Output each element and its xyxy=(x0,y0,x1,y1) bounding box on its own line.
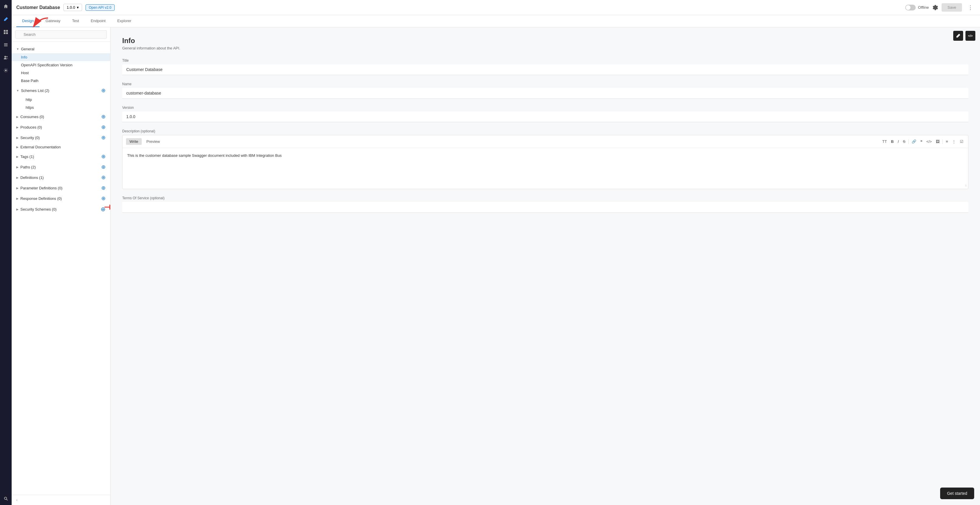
security-header[interactable]: ▶ Security (0) ⊕ xyxy=(12,132,110,143)
svg-rect-2 xyxy=(4,32,6,34)
unordered-list-button[interactable]: ≡ xyxy=(945,138,949,145)
quote-button[interactable]: ❝ xyxy=(919,138,924,145)
toolbar-sep-1 xyxy=(908,139,909,144)
security-add-icon[interactable]: ⊕ xyxy=(101,134,106,141)
description-label: Description (optional) xyxy=(122,129,968,133)
get-started-button[interactable]: Get started xyxy=(940,488,974,499)
security-schemes-header[interactable]: ▶ Security Schemes (0) ⊕ xyxy=(12,203,110,215)
tab-gateway[interactable]: Gateway xyxy=(40,15,66,27)
code-view-button[interactable]: </> xyxy=(966,31,975,41)
definitions-add-icon[interactable]: ⊕ xyxy=(101,174,106,181)
svg-rect-1 xyxy=(6,30,8,32)
version-select[interactable]: 1.0.0 ▾ xyxy=(64,4,82,11)
panel-toolbar: </> xyxy=(953,31,975,41)
paths-header[interactable]: ▶ Paths (2) ⊕ xyxy=(12,162,110,172)
home-icon[interactable] xyxy=(2,3,9,10)
schemes-add-icon[interactable]: ⊕ xyxy=(101,87,106,94)
sidebar-item-host[interactable]: Host xyxy=(12,69,110,77)
external-docs-header[interactable]: ▶ External Documentation xyxy=(12,143,110,151)
response-defs-header[interactable]: ▶ Response Definitions (0) ⊕ xyxy=(12,193,110,203)
response-defs-add-icon[interactable]: ⊕ xyxy=(101,195,106,202)
bold-button[interactable]: B xyxy=(890,138,895,145)
svg-point-9 xyxy=(5,70,7,71)
search-input[interactable] xyxy=(15,30,107,39)
consumes-header[interactable]: ▶ Consumes (0) ⊕ xyxy=(12,111,110,122)
tab-test[interactable]: Test xyxy=(66,15,85,27)
tags-add-icon[interactable]: ⊕ xyxy=(101,153,106,160)
produces-header[interactable]: ▶ Produces (0) ⊕ xyxy=(12,122,110,132)
terms-group: Terms Of Service (optional) xyxy=(122,196,968,213)
name-input[interactable] xyxy=(122,88,968,98)
general-header[interactable]: ▼ General xyxy=(12,45,110,53)
search-box: 🔍 xyxy=(12,27,110,42)
svg-point-8 xyxy=(6,56,8,57)
schemes-header[interactable]: ▼ Schemes List (2) ⊕ xyxy=(12,85,110,96)
version-value: 1.0.0 xyxy=(67,5,75,10)
preview-tab[interactable]: Preview xyxy=(143,138,163,145)
tab-explorer[interactable]: Explorer xyxy=(111,15,137,27)
tt-button[interactable]: TT xyxy=(881,138,888,145)
image-button[interactable]: 🖼 xyxy=(935,138,941,145)
svg-rect-3 xyxy=(6,32,8,34)
title-input[interactable] xyxy=(122,64,968,75)
info-label: Info xyxy=(21,55,27,59)
consumes-add-icon[interactable]: ⊕ xyxy=(101,113,106,120)
grid-icon[interactable] xyxy=(2,29,9,35)
sidebar-item-http[interactable]: http xyxy=(12,96,110,103)
security-schemes-add-icon[interactable]: ⊕ xyxy=(101,206,106,213)
svg-line-11 xyxy=(6,499,8,500)
task-list-button[interactable]: ☑ xyxy=(959,138,964,145)
version-input[interactable] xyxy=(122,111,968,122)
link-button[interactable]: 🔗 xyxy=(910,138,918,145)
gear-icon[interactable] xyxy=(932,5,938,11)
toggle-switch[interactable] xyxy=(905,5,916,11)
save-button[interactable]: Save xyxy=(942,3,962,12)
search-icon-bar[interactable] xyxy=(2,495,9,502)
description-editor: Write Preview TT B I S 🔗 ❝ xyxy=(122,135,968,189)
sidebar-item-openapi-spec[interactable]: OpenAPI Specification Version xyxy=(12,61,110,69)
offline-toggle: Offline xyxy=(905,5,929,11)
edit-view-button[interactable] xyxy=(953,31,963,41)
tags-label: Tags (1) xyxy=(21,154,34,159)
name-label: Name xyxy=(122,82,968,86)
write-tab[interactable]: Write xyxy=(126,138,142,145)
svg-point-7 xyxy=(4,56,6,57)
tags-collapse-icon: ▶ xyxy=(16,155,19,158)
more-button[interactable]: ⋮ xyxy=(966,3,975,12)
param-defs-header[interactable]: ▶ Parameter Definitions (0) ⊕ xyxy=(12,183,110,193)
offline-label: Offline xyxy=(918,5,929,10)
svg-rect-0 xyxy=(4,30,6,32)
param-defs-add-icon[interactable]: ⊕ xyxy=(101,185,106,191)
openapi-badge: Open API v2.0 xyxy=(86,4,115,11)
general-label: General xyxy=(21,47,34,51)
list-icon[interactable] xyxy=(2,41,9,48)
sidebar-item-base-path[interactable]: Base Path xyxy=(12,77,110,85)
paths-add-icon[interactable]: ⊕ xyxy=(101,164,106,170)
edit-icon[interactable] xyxy=(2,16,9,23)
strikethrough-button[interactable]: S xyxy=(902,138,907,145)
general-section: ▼ General Info OpenAPI Specification Ver… xyxy=(12,44,110,85)
terms-input[interactable] xyxy=(122,202,968,213)
definitions-header[interactable]: ▶ Definitions (1) ⊕ xyxy=(12,172,110,183)
users-icon[interactable] xyxy=(2,54,9,61)
tab-endpoint[interactable]: Endpoint xyxy=(85,15,111,27)
app-title: Customer Database xyxy=(16,5,60,10)
description-group: Description (optional) Write Preview TT … xyxy=(122,129,968,189)
sidebar-item-info[interactable]: Info xyxy=(12,53,110,61)
produces-add-icon[interactable]: ⊕ xyxy=(101,124,106,130)
ordered-list-button[interactable]: ⋮ xyxy=(951,138,957,145)
tab-design[interactable]: Design xyxy=(16,15,40,27)
sidebar-item-https[interactable]: https xyxy=(12,103,110,111)
resize-handle[interactable]: ⟂ xyxy=(965,183,967,187)
sidebar-collapse-btn[interactable]: ‹ xyxy=(12,495,110,505)
sidebar-tree: ▼ General Info OpenAPI Specification Ver… xyxy=(12,42,110,495)
https-label: https xyxy=(25,105,34,110)
settings-icon[interactable] xyxy=(2,67,9,74)
svg-rect-5 xyxy=(4,44,8,45)
tags-header[interactable]: ▶ Tags (1) ⊕ xyxy=(12,151,110,162)
external-docs-collapse-icon: ▶ xyxy=(16,145,19,149)
inline-code-button[interactable]: </> xyxy=(925,138,933,145)
consumes-collapse-icon: ▶ xyxy=(16,115,19,118)
italic-button[interactable]: I xyxy=(896,138,900,145)
description-body[interactable]: This is the customer database sample Swa… xyxy=(123,148,968,189)
